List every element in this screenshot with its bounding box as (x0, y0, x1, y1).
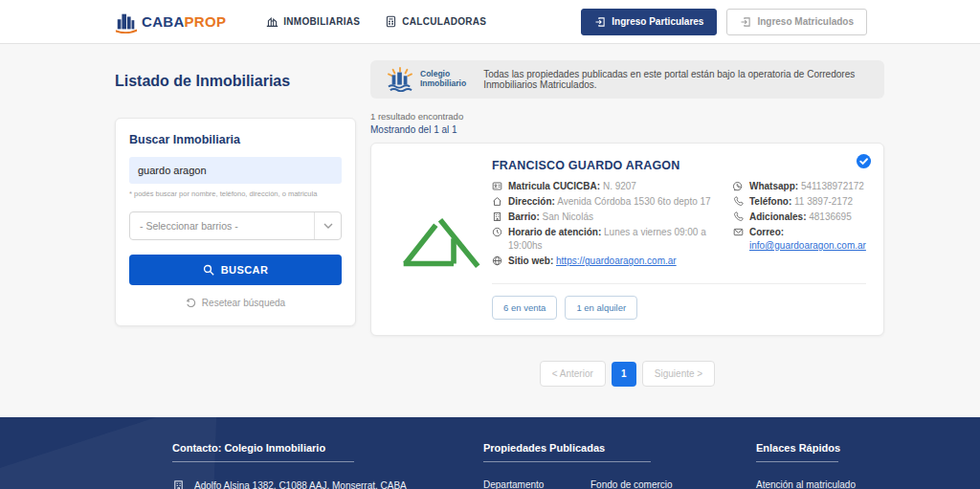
top-navigation-bar: CABAPROP INMOBILIARIAS CALCULADORAS (0, 0, 980, 44)
detail-row-direccion: Dirección: Avenida Córdoba 1530 6to dept… (492, 195, 722, 209)
footer-quicklinks-title: Enlaces Rápidos (756, 442, 871, 454)
results-meta: 1 resultado encontrado Mostrando del 1 a… (370, 111, 884, 135)
calculator-icon (385, 15, 397, 28)
details-left: Matricula CUCICBA: N. 9207 Dirección: Av… (492, 180, 722, 270)
footer: Contacto: Colegio Inmobiliario Adolfo Al… (0, 417, 980, 489)
nav-item-inmobiliarias[interactable]: INMOBILIARIAS (266, 15, 360, 28)
footer-link-departamento[interactable]: Departamento (483, 479, 590, 489)
footer-properties-links: Departamento Fondo de comercio Casa Hote… (483, 479, 756, 489)
notice-banner: Colegio Inmobiliario Todas las propiedad… (370, 60, 884, 99)
barrios-select[interactable]: - Seleccionar barrios - (129, 211, 342, 240)
detail-row-sitio-web: Sitio web: https://guardoaragon.com.ar (492, 255, 722, 268)
colegio-inmobiliario-logo: Colegio Inmobiliario (386, 67, 466, 92)
footer-properties-column: Propiedades Publicadas Departamento Fond… (483, 442, 756, 489)
divider (172, 461, 354, 462)
phone-icon (733, 195, 745, 207)
detail-columns: Matricula CUCICBA: N. 9207 Dirección: Av… (492, 180, 866, 270)
reset-icon (186, 298, 196, 308)
barrios-select-value: - Seleccionar barrios - (130, 220, 314, 232)
footer-link-fondo-de-comercio[interactable]: Fondo de comercio (590, 479, 756, 489)
detail-row-telefono: Teléfono: 11 3897-2172 (733, 195, 866, 209)
card-body: FRANCISCO GUARDO ARAGON Matric (389, 159, 866, 320)
footer-quicklinks: Atención al matriculado Políticas de pri… (756, 479, 871, 489)
search-hint: * podés buscar por nombre, teléfono, dir… (129, 189, 342, 198)
pagination-next-button[interactable]: Siguiente > (642, 361, 715, 387)
agency-result-card[interactable]: FRANCISCO GUARDO ARAGON Matric (370, 143, 884, 336)
divider (756, 461, 838, 462)
en-alquiler-badge[interactable]: 1 en alquiler (565, 296, 637, 320)
detail-row-correo: Correo: info@guardoaragon.com.ar (733, 226, 866, 253)
buscar-button[interactable]: BUSCAR (129, 255, 342, 285)
reset-search-link[interactable]: Resetear búsqueda (129, 298, 342, 308)
agency-name: FRANCISCO GUARDO ARAGON (492, 159, 866, 172)
mail-icon (733, 226, 745, 237)
detail-row-adicionales: Adicionales: 48136695 (733, 211, 866, 224)
agency-logo (389, 159, 492, 320)
listing-badges: 6 en venta 1 en alquiler (492, 296, 866, 320)
nav-label: CALCULADORAS (402, 16, 486, 27)
login-icon (740, 16, 751, 28)
colegio-name: Colegio Inmobiliario (420, 70, 466, 89)
details-right: Whatsapp: 541138972172 Teléfono: 11 3897… (722, 180, 866, 270)
pagination: < Anterior 1 Siguiente > (370, 361, 884, 387)
search-panel-title: Buscar Inmobiliaria (129, 133, 342, 146)
pagination-page-1[interactable]: 1 (612, 362, 636, 387)
pagination-prev-button[interactable]: < Anterior (540, 361, 606, 387)
building-icon (492, 211, 503, 222)
footer-quicklinks-column: Enlaces Rápidos Atención al matriculado … (756, 442, 871, 489)
clock-icon (492, 226, 503, 237)
nav-item-calculadoras[interactable]: CALCULADORAS (385, 15, 486, 28)
colegio-icon (386, 67, 414, 92)
results-count: 1 resultado encontrado (370, 111, 884, 122)
card-divider (492, 283, 866, 284)
link-label: Resetear búsqueda (202, 298, 285, 308)
detail-row-barrio: Barrio: San Nicolás (492, 211, 722, 224)
website-link[interactable]: https://guardoaragon.com.ar (556, 256, 677, 266)
logo-text: CABAPROP (142, 13, 226, 30)
nav-label: INMOBILIARIAS (283, 16, 360, 27)
detail-row-whatsapp: Whatsapp: 541138972172 (733, 180, 866, 193)
main-nav: INMOBILIARIAS CALCULADORAS (266, 15, 486, 28)
skyline-icon (115, 11, 138, 33)
button-label: Ingreso Matriculados (757, 16, 854, 27)
search-input[interactable] (129, 157, 342, 184)
search-icon (203, 264, 214, 276)
results-showing: Mostrando del 1 al 1 (370, 124, 884, 135)
search-panel: Buscar Inmobiliaria * podés buscar por n… (115, 118, 356, 326)
email-link[interactable]: info@guardoaragon.com.ar (749, 240, 866, 251)
whatsapp-icon (733, 180, 745, 191)
card-info: FRANCISCO GUARDO ARAGON Matric (492, 159, 866, 320)
main-content: Listado de Inmobiliarias Buscar Inmobili… (0, 44, 980, 387)
page-title: Listado de Inmobiliarias (115, 73, 356, 90)
login-icon (594, 16, 606, 28)
footer-contact-column: Contacto: Colegio Inmobiliario Adolfo Al… (172, 442, 483, 489)
cabaprop-logo[interactable]: CABAPROP (115, 11, 226, 33)
footer-link-atencion-matriculado[interactable]: Atención al matriculado (756, 479, 871, 489)
detail-row-horario: Horario de atención: Lunes a viernes 09:… (492, 226, 722, 253)
button-label: BUSCAR (221, 264, 268, 276)
chevron-down-icon (314, 212, 341, 239)
home-icon (492, 195, 503, 207)
footer-contact-title: Contacto: Colegio Inmobiliario (172, 442, 483, 454)
phone-icon (733, 211, 745, 222)
id-card-icon (492, 180, 503, 191)
right-column: Colegio Inmobiliario Todas las propiedad… (370, 60, 884, 387)
verified-badge-icon (856, 153, 872, 169)
building-icon (172, 479, 185, 489)
globe-icon (492, 255, 503, 266)
ingreso-matriculados-button[interactable]: Ingreso Matriculados (726, 9, 867, 35)
button-label: Ingreso Particulares (612, 16, 703, 27)
footer-properties-title: Propiedades Publicadas (483, 442, 756, 454)
detail-row-matricula: Matricula CUCICBA: N. 9207 (492, 180, 722, 193)
notice-text: Todas las propiedades publicadas en este… (483, 69, 869, 90)
divider (483, 461, 651, 462)
buildings-icon (266, 15, 278, 28)
left-column: Listado de Inmobiliarias Buscar Inmobili… (115, 60, 356, 387)
en-venta-badge[interactable]: 6 en venta (492, 296, 557, 320)
footer-address: Adolfo Alsina 1382, C1088 AAJ, Monserrat… (172, 479, 483, 489)
ingreso-particulares-button[interactable]: Ingreso Particulares (581, 9, 717, 35)
